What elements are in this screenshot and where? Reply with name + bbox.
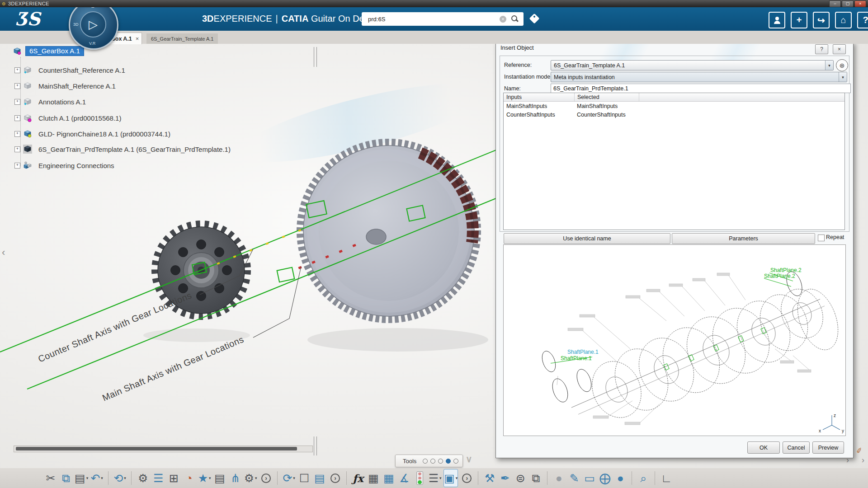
synchronize-dropdown[interactable]: ▾	[293, 476, 295, 480]
simulation-status-button[interactable]	[413, 469, 426, 487]
dialog-help-button[interactable]: ?	[815, 44, 828, 54]
search-input[interactable]	[367, 15, 500, 23]
palette-page-dot-2[interactable]	[430, 459, 435, 464]
rulers-button[interactable]: ∟	[660, 469, 673, 487]
eyedropper-button[interactable]: ✎	[567, 469, 581, 487]
search-icon[interactable]	[511, 15, 519, 23]
repeat-checkbox[interactable]	[818, 235, 825, 241]
column-selected[interactable]: Selected	[575, 93, 639, 101]
knowledge-pen-button[interactable]: ✒	[498, 469, 512, 487]
palette-page-dot-3[interactable]	[438, 459, 443, 464]
tree-resize-handle-bottom[interactable]	[314, 436, 317, 455]
zoom-update-button[interactable]: ⌕	[637, 469, 650, 487]
tree-item-engineering-connections[interactable]: + Engineering Connections	[11, 160, 114, 171]
data-cylinder-button[interactable]: ⊜	[514, 469, 527, 487]
expand-icon[interactable]: +	[14, 163, 20, 169]
horizontal-scrollbar[interactable]	[14, 446, 313, 452]
add-content-button[interactable]: +	[791, 12, 807, 28]
expand-icon[interactable]: +	[14, 131, 20, 137]
tag-icon[interactable]	[529, 14, 540, 24]
tree-item-clutch[interactable]: + Clutch A.1 (prd00015568.1)	[11, 112, 121, 124]
palette-page-dot-1[interactable]	[423, 459, 428, 464]
expand-icon[interactable]: +	[14, 115, 20, 121]
palette-collapse-icon[interactable]: ∨	[466, 454, 472, 465]
compass-play-icon[interactable]: ▷	[80, 11, 106, 38]
print-structure-button[interactable]: ▤	[313, 469, 326, 487]
instantiation-mode-select[interactable]: Meta inputs instantiation ▾	[551, 72, 847, 82]
apply-material-button[interactable]: ●	[613, 469, 627, 487]
parameters-button[interactable]: Parameters	[672, 233, 815, 244]
paste-dropdown[interactable]: ▾	[86, 476, 89, 480]
tree-item-countershaft-reference[interactable]: + CounterShaft_Reference A.1	[11, 64, 125, 76]
reference-combo[interactable]: 6S_GearTrain_Template A.1 ▾	[551, 60, 834, 70]
data-planes-button[interactable]: ⧉	[529, 469, 542, 487]
tree-resize-handle-top[interactable]	[314, 47, 317, 67]
chevron-down-icon[interactable]: ▾	[825, 61, 833, 70]
cancel-button[interactable]: Cancel	[783, 441, 810, 454]
synchronize-button[interactable]: ⟳▾	[282, 469, 296, 487]
tree-item-annotations[interactable]: + Annotations A.1	[11, 96, 86, 108]
update-dropdown[interactable]: ▾	[124, 476, 126, 480]
view-cube-button[interactable]: ▣▾	[443, 469, 458, 487]
add-material-button[interactable]: ⨁	[598, 469, 612, 487]
preview-button[interactable]: Preview	[812, 441, 844, 454]
clear-search-icon[interactable]: ×	[500, 16, 506, 23]
compass-vr-quadrant[interactable]: V.R	[89, 41, 95, 46]
3d-compass[interactable]: ▷ 3D V.R ♟	[69, 0, 118, 50]
tune-panel-dropdown[interactable]: ▾	[439, 476, 442, 480]
options-panel-button[interactable]: ⚙▾	[244, 469, 257, 487]
cut-button[interactable]: ✂	[44, 469, 57, 487]
table-row-countershaft[interactable]: CounterShaftInputs CounterShaftInputs	[504, 110, 844, 119]
undo-button[interactable]: ↶▾	[90, 469, 104, 487]
options-panel-dropdown[interactable]: ▾	[255, 476, 257, 480]
expand-icon[interactable]: +	[14, 146, 20, 152]
design-table-button[interactable]: ▦	[367, 469, 380, 487]
column-inputs[interactable]: Inputs	[504, 93, 575, 101]
home-button[interactable]: ⌂	[835, 12, 852, 28]
tree-root-gearbox[interactable]: 6S_GearBox A.1	[11, 45, 84, 57]
table-row-mainshaft[interactable]: MainShaftInputs MainShaftInputs	[504, 102, 844, 110]
bottom-right-chevron-2[interactable]: ›	[862, 455, 864, 465]
favorites-star-button[interactable]: ★▾	[198, 469, 211, 487]
reference-browse-icon[interactable]: ⊛	[836, 59, 848, 71]
table-3d-button[interactable]: ▦	[382, 469, 396, 487]
expand-icon[interactable]: +	[14, 67, 20, 73]
robot-tools-button[interactable]: ⚒	[483, 469, 496, 487]
tree-item-gld-pignonchaine[interactable]: + GLD- PignonChaine18 A.1 (prd00003744.1…	[11, 128, 170, 140]
close-tab-icon[interactable]: ×	[136, 35, 139, 42]
manage-save-button[interactable]: ⚙	[136, 469, 150, 487]
view-cube-dropdown[interactable]: ▾	[456, 476, 458, 480]
tree-item-mainshaft-reference[interactable]: + MainShaft_Reference A.1	[11, 80, 116, 92]
copy-button[interactable]: ⧉	[59, 469, 73, 487]
ok-button[interactable]: OK	[747, 441, 780, 454]
update-button[interactable]: ⟲▾	[113, 469, 127, 487]
more-1-button[interactable]: ›	[259, 469, 273, 487]
help-button[interactable]: ?	[857, 12, 868, 28]
expand-icon[interactable]: +	[14, 99, 20, 105]
tools-palette[interactable]: Tools	[395, 455, 463, 467]
template-preview-viewer[interactable]: ShaftPlane.1 ShaftPlane.1 ShaftPlane.2 S…	[503, 244, 846, 436]
tune-panel-button[interactable]: ☰▾	[428, 469, 442, 487]
palette-page-dot-5[interactable]	[453, 459, 458, 464]
profile-button[interactable]	[769, 12, 785, 28]
name-field[interactable]	[551, 84, 851, 93]
more-3-button[interactable]: ›	[460, 469, 473, 487]
maximize-button[interactable]: ▢	[842, 0, 854, 7]
measure-button[interactable]: ∡	[397, 469, 411, 487]
list-editor-button[interactable]: ☰	[151, 469, 165, 487]
select-region-button[interactable]: ☐	[297, 469, 311, 487]
undo-dropdown[interactable]: ▾	[101, 476, 103, 480]
chevron-down-icon[interactable]: ▾	[839, 72, 847, 82]
material-sphere-button[interactable]: ●	[552, 469, 566, 487]
forms-grid-button[interactable]: ⊞	[167, 469, 180, 487]
use-identical-name-button[interactable]: Use identical name	[504, 233, 670, 244]
compass-3d-quadrant[interactable]: 3D	[73, 22, 79, 27]
share-button[interactable]: ↪	[813, 12, 830, 28]
minimize-button[interactable]: –	[829, 0, 841, 7]
dashboard-pie-button[interactable]: ◔	[182, 469, 196, 487]
formula-button[interactable]: ƒx	[351, 469, 365, 487]
palette-page-dot-4-active[interactable]	[446, 459, 451, 464]
eraser-button[interactable]: ▭	[583, 469, 596, 487]
paste-button[interactable]: ▤▾	[75, 469, 88, 487]
tab-geartrain-template[interactable]: 6S_GearTrain_Template A.1	[146, 33, 218, 44]
